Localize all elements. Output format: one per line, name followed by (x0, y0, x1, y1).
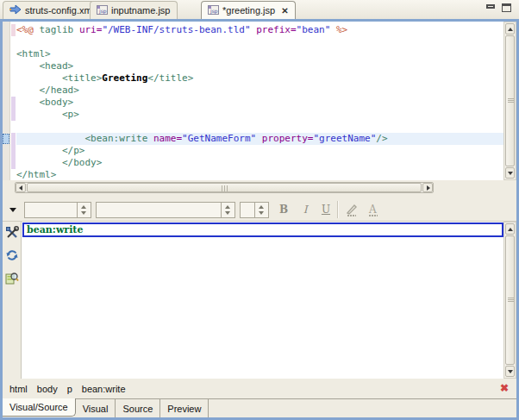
minimize-view-icon[interactable] (486, 4, 495, 9)
diff-change-marker (11, 109, 16, 121)
source-vertical-scrollbar[interactable] (503, 22, 516, 180)
source-editor[interactable]: <%@ taglib uri="/WEB-INF/struts-bean.tld… (3, 22, 503, 180)
scroll-down-icon[interactable] (505, 167, 515, 179)
close-tab-icon[interactable]: ✕ (281, 6, 288, 16)
spinner-icon[interactable] (77, 203, 91, 217)
toolbar-menu-arrow-icon[interactable] (9, 208, 16, 212)
visual-canvas[interactable]: bean:write (22, 222, 503, 379)
scroll-right-icon[interactable] (422, 183, 433, 192)
annotation-ruler[interactable] (3, 22, 10, 180)
scrollbar-thumb[interactable] (505, 35, 515, 166)
toolbar-separator (337, 201, 338, 218)
tab-preview[interactable]: Preview (160, 399, 209, 417)
tab-label: struts-config.xml (25, 5, 94, 16)
code-line[interactable] (16, 36, 503, 48)
italic-button[interactable]: I (297, 203, 313, 217)
code-line[interactable]: </html> (16, 169, 503, 180)
scroll-up-icon[interactable] (505, 223, 515, 235)
color-button-letter: A (368, 204, 377, 216)
tab-struts-config-xml[interactable]: struts-config.xml (3, 1, 101, 19)
code-line[interactable]: <bean:write name="GetNameForm" property=… (16, 133, 503, 145)
selected-element-marker[interactable] (3, 134, 9, 144)
format-toolbar: B I U A (3, 198, 516, 222)
breadcrumb-item-html[interactable]: html (9, 384, 28, 394)
jsp-file-icon: jsp (97, 4, 108, 17)
diff-change-marker (11, 133, 16, 145)
code-line[interactable]: </body> (16, 157, 503, 169)
tab-label: *greeting.jsp (222, 5, 275, 16)
font-size-combo[interactable] (240, 202, 269, 218)
visual-vertical-scrollbar[interactable] (503, 222, 516, 379)
svg-text:jsp: jsp (209, 8, 218, 15)
scroll-down-icon[interactable] (505, 366, 515, 377)
maximize-view-icon[interactable] (502, 3, 511, 12)
diff-change-marker (11, 145, 16, 157)
breadcrumb-item-body[interactable]: body (37, 384, 58, 394)
code-line[interactable]: <p> (16, 109, 503, 121)
tab-visual-source[interactable]: Visual/Source (3, 398, 76, 417)
visual-pane: bean:write (3, 222, 516, 379)
spinner-icon[interactable] (221, 203, 234, 217)
tab-source[interactable]: Source (116, 399, 160, 417)
scroll-left-icon[interactable] (16, 183, 26, 192)
page-design-options-icon[interactable] (5, 271, 19, 285)
breadcrumb-item-bean-write[interactable]: bean:write (82, 384, 126, 394)
error-icon[interactable]: ✖ (500, 382, 509, 394)
element-path-bar: html body p bean:write ✖ (3, 379, 516, 398)
editor-tab-bar: struts-config.xml jsp inputname.jsp jsp … (0, 0, 519, 19)
editor-content-frame: <%@ taglib uri="/WEB-INF/struts-bean.tld… (0, 19, 519, 420)
code-line[interactable] (16, 121, 503, 133)
code-line[interactable]: </head> (16, 85, 503, 97)
scrollbar-thumb[interactable] (505, 235, 515, 365)
tab-greeting-jsp[interactable]: jsp *greeting.jsp ✕ (201, 1, 296, 19)
code-line[interactable]: <html> (16, 48, 503, 60)
visual-side-toolbar (3, 222, 22, 379)
editor-mode-tabs: Visual/Source Visual Source Preview (3, 398, 516, 417)
code-line[interactable]: <head> (16, 60, 503, 72)
preferences-icon[interactable] (5, 226, 19, 240)
code-line[interactable]: </p> (16, 145, 503, 157)
underline-button[interactable]: U (318, 203, 334, 217)
tab-visual[interactable]: Visual (76, 399, 116, 417)
code-line[interactable]: <body> (16, 97, 503, 109)
diff-change-marker (11, 24, 16, 36)
breadcrumb-item-p[interactable]: p (67, 384, 72, 394)
scroll-up-icon[interactable] (505, 23, 515, 34)
style-class-combo[interactable] (24, 202, 91, 218)
bold-button[interactable]: B (276, 203, 291, 217)
svg-text:jsp: jsp (98, 8, 107, 15)
code-lines[interactable]: <%@ taglib uri="/WEB-INF/struts-bean.tld… (16, 24, 503, 180)
code-line[interactable]: <title>Greeting</title> (16, 72, 503, 85)
tab-inputname-jsp[interactable]: jsp inputname.jsp (90, 1, 178, 19)
struts-config-icon (9, 4, 22, 16)
selected-bean-write-element[interactable]: bean:write (22, 223, 503, 237)
spinner-icon[interactable] (254, 203, 268, 217)
editor-window: struts-config.xml jsp inputname.jsp jsp … (0, 0, 519, 420)
background-color-icon[interactable] (345, 203, 360, 219)
scrollbar-thumb[interactable] (27, 183, 422, 192)
font-name-combo[interactable] (96, 202, 235, 218)
diff-change-marker (11, 97, 16, 109)
source-horizontal-scrollbar[interactable] (15, 182, 434, 193)
diff-change-marker (11, 157, 16, 169)
code-line[interactable]: <%@ taglib uri="/WEB-INF/struts-bean.tld… (16, 24, 503, 36)
refresh-icon[interactable] (5, 248, 19, 262)
font-color-icon[interactable]: A (366, 203, 381, 219)
jsp-file-icon: jsp (208, 4, 219, 17)
tab-label: inputname.jsp (111, 5, 171, 16)
